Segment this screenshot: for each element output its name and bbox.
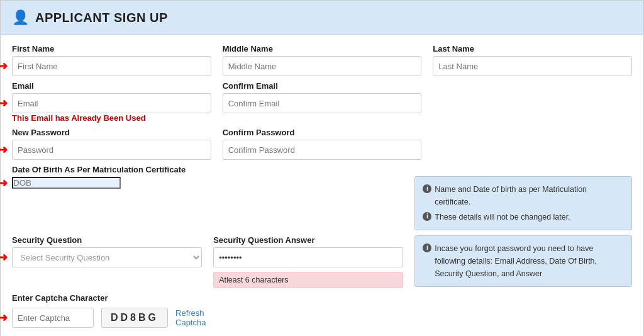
security-answer-label: Security Question Answer bbox=[213, 235, 403, 245]
security-question-select[interactable]: Select Security Question bbox=[12, 247, 202, 267]
captcha-input[interactable] bbox=[12, 308, 94, 328]
last-name-label: Last Name bbox=[433, 44, 632, 53]
info-icon-2: i bbox=[423, 212, 431, 221]
first-name-label: First Name bbox=[12, 44, 211, 53]
arrow-indicator-3: ➜ bbox=[0, 143, 8, 157]
arrow-indicator-2: ➜ bbox=[0, 96, 8, 110]
dob-group: Date Of Birth As Per Matriculation Certi… bbox=[12, 165, 403, 189]
confirm-password-group: Confirm Password bbox=[223, 128, 422, 160]
confirm-email-label: Confirm Email bbox=[223, 81, 422, 91]
arrow-indicator-5: ➜ bbox=[0, 250, 8, 264]
dob-label: Date Of Birth As Per Matriculation Certi… bbox=[12, 165, 403, 174]
page-title: APPLICANT SIGN UP bbox=[35, 11, 168, 25]
new-password-group: New Password ➜ bbox=[12, 128, 211, 160]
confirm-password-label: Confirm Password bbox=[223, 128, 422, 137]
captcha-value: DD8BG bbox=[101, 308, 168, 328]
info-line-1: Name and Date of birth as per Matriculat… bbox=[435, 183, 624, 208]
first-name-group: First Name ➜ bbox=[12, 44, 211, 76]
confirm-email-group: Confirm Email bbox=[223, 81, 422, 113]
last-name-input[interactable] bbox=[433, 56, 632, 76]
new-password-input[interactable] bbox=[12, 140, 211, 160]
arrow-indicator-1: ➜ bbox=[0, 59, 8, 73]
refresh-captcha-link[interactable]: Refresh Captcha bbox=[175, 308, 213, 327]
info-box-dob: i Name and Date of birth as per Matricul… bbox=[414, 165, 632, 230]
email-error-message: This Email has Already Been Used bbox=[12, 113, 211, 123]
arrow-indicator-4: ➜ bbox=[0, 176, 8, 190]
middle-name-group: Middle Name bbox=[223, 44, 422, 76]
security-question-group: Security Question ➜ Select Security Ques… bbox=[12, 235, 202, 267]
email-group: Email ➜ bbox=[12, 81, 211, 113]
new-password-label: New Password bbox=[12, 128, 211, 137]
info-box-password: i Incase you forgot password you need to… bbox=[414, 235, 632, 287]
middle-name-input[interactable] bbox=[223, 56, 422, 76]
confirm-password-input[interactable] bbox=[223, 140, 422, 160]
last-name-group: Last Name bbox=[433, 44, 632, 76]
captcha-label: Enter Captcha Character bbox=[12, 293, 213, 303]
user-icon: 👤 bbox=[12, 9, 29, 26]
info-icon-1: i bbox=[423, 184, 431, 193]
dob-input[interactable] bbox=[12, 177, 121, 189]
info-line-2: These details will not be changed later. bbox=[435, 211, 570, 223]
info-box2-text: Incase you forgot password you need to h… bbox=[435, 242, 624, 280]
middle-name-label: Middle Name bbox=[223, 44, 422, 53]
page-header: 👤 APPLICANT SIGN UP bbox=[1, 1, 643, 35]
arrow-indicator-6: ➜ bbox=[0, 311, 8, 325]
security-question-label: Security Question bbox=[12, 235, 202, 245]
signup-form: First Name ➜ Middle Name Last Name Email… bbox=[1, 35, 643, 336]
email-label: Email bbox=[12, 81, 211, 91]
security-answer-group: Security Question Answer Atleast 6 chara… bbox=[213, 235, 403, 288]
email-input[interactable] bbox=[12, 93, 211, 113]
captcha-group: Enter Captcha Character ➜ DD8BG Refresh … bbox=[12, 293, 213, 328]
security-answer-input[interactable] bbox=[213, 247, 403, 267]
security-answer-hint: Atleast 6 characters bbox=[213, 272, 403, 288]
confirm-email-input[interactable] bbox=[223, 93, 422, 113]
info-icon-3: i bbox=[423, 244, 431, 252]
email-error-group: This Email has Already Been Used bbox=[12, 116, 211, 125]
first-name-input[interactable] bbox=[12, 56, 211, 76]
